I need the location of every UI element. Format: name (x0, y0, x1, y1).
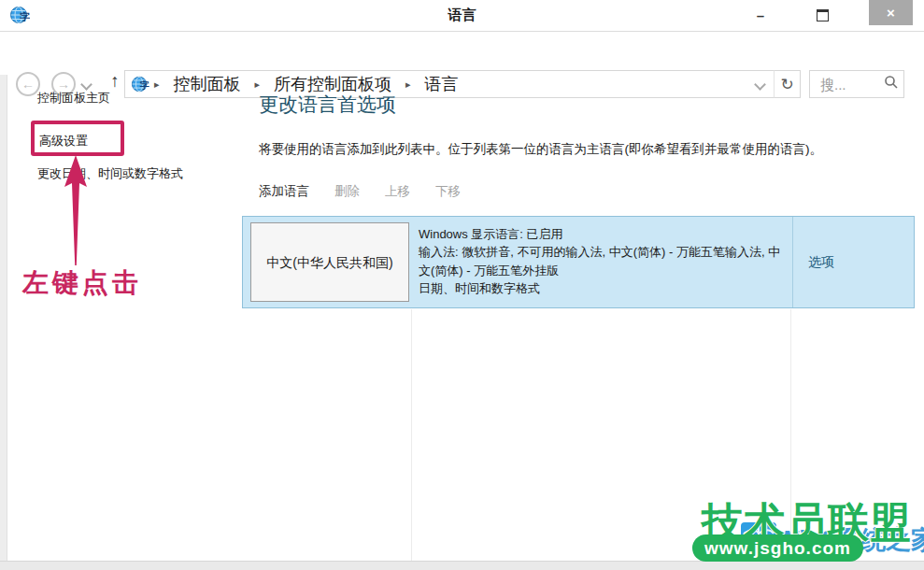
back-icon: ← (21, 77, 35, 92)
watermark-site-name: Win8系统之家 (775, 523, 924, 557)
recent-pages-dropdown[interactable] (80, 78, 92, 91)
maximize-button[interactable] (809, 4, 835, 26)
language-details: Windows 显示语言: 已启用 输入法: 微软拼音, 不可用的输入法, 中文… (419, 225, 785, 297)
search-box[interactable] (809, 70, 904, 98)
add-language-button[interactable]: 添加语言 (259, 183, 309, 200)
close-icon: × (887, 5, 895, 21)
annotation-highlight-box (31, 121, 124, 156)
watermark-url: www.jsgho.com (704, 538, 851, 559)
title-bar: 字 语言 – × (0, 0, 924, 32)
watermark: Win8系统之家 技术员联盟 www.jsgho.com (687, 493, 924, 568)
detail-input-methods: 输入法: 微软拼音, 不可用的输入法, 中文(简体) - 万能五笔输入法, 中文… (419, 243, 785, 279)
language-list-toolbar: 添加语言 删除 上移 下移 (259, 183, 461, 200)
page-title: 更改语言首选项 (259, 92, 396, 118)
remove-button: 删除 (334, 183, 360, 200)
list-column-line (411, 309, 412, 561)
language-name-tile: 中文(中华人民共和国) (250, 222, 409, 302)
watermark-url-pill: www.jsgho.com (692, 534, 863, 562)
breadcrumb-language[interactable]: 语言 (416, 73, 468, 95)
move-up-button: 上移 (385, 183, 410, 200)
window-left-edge (0, 75, 7, 561)
window-bottom-edge (0, 561, 924, 570)
breadcrumb-separator-icon: ▸ (255, 78, 261, 91)
navigation-bar: ← → ↑ 字 ▸ 控制面板 ▸ 所有控制面板项 ▸ 语言 ↻ (0, 32, 924, 75)
address-dropdown-icon[interactable] (754, 78, 766, 91)
address-bar[interactable]: 字 ▸ 控制面板 ▸ 所有控制面板项 ▸ 语言 (124, 70, 775, 98)
refresh-button[interactable]: ↻ (774, 70, 801, 98)
close-button[interactable]: × (869, 0, 913, 25)
language-control-panel-window: 字 语言 – × ← → ↑ 字 ▸ 控制面板 ▸ 所有控制面板项 (0, 0, 924, 570)
window-title: 语言 (0, 7, 924, 24)
search-input[interactable] (818, 76, 882, 93)
address-language-icon: 字 (131, 75, 149, 93)
watermark-windows-flag-icon (741, 522, 776, 554)
minimize-button[interactable]: – (747, 4, 774, 26)
page-description: 将要使用的语言添加到此列表中。位于列表第一位的语言为主语言(即你希望看到并最常使… (259, 141, 913, 158)
list-column-line (790, 309, 791, 561)
breadcrumb-control-panel[interactable]: 控制面板 (164, 73, 250, 95)
watermark-brand: 技术员联盟 (702, 495, 912, 550)
breadcrumb-separator-icon: ▸ (405, 78, 411, 91)
detail-date-time-formats: 日期、时间和数字格式 (419, 279, 785, 297)
search-icon[interactable] (884, 75, 899, 93)
maximize-icon (817, 9, 829, 21)
annotation-arrow-icon (56, 155, 95, 273)
annotation-label: 左键点击 (22, 265, 142, 301)
options-link[interactable]: 选项 (800, 217, 912, 307)
minimize-icon: – (757, 7, 764, 23)
move-down-button: 下移 (435, 183, 461, 200)
svg-text:字: 字 (139, 79, 149, 91)
breadcrumb-separator-icon: ▸ (154, 78, 160, 91)
row-column-divider (792, 217, 793, 307)
sidebar-item-control-panel-home[interactable]: 控制面板主页 (37, 90, 110, 107)
up-icon: ↑ (110, 71, 120, 91)
refresh-icon: ↻ (780, 75, 793, 94)
detail-display-language: Windows 显示语言: 已启用 (419, 225, 785, 243)
language-list-row-selected[interactable]: 中文(中华人民共和国) Windows 显示语言: 已启用 输入法: 微软拼音,… (242, 216, 915, 308)
